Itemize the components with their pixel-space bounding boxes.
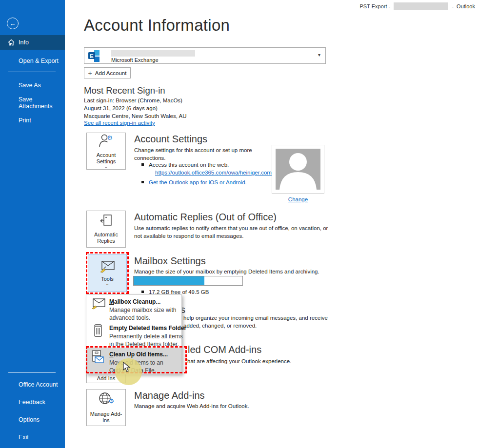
automatic-replies-button[interactable]: Automatic Replies — [86, 211, 126, 248]
window-title-right: - Outlook — [450, 3, 475, 9]
mailbox-settings-desc: Manage the size of your mailbox by empty… — [134, 268, 319, 275]
back-arrow-icon: ← — [10, 20, 16, 27]
manage-addins-desc: Manage and acquire Web Add-ins for Outlo… — [134, 402, 249, 410]
backstage-sidebar: ← Info Open & Export Save As Save Attach… — [0, 0, 65, 448]
sidebar-item-options[interactable]: Options — [0, 412, 65, 427]
plus-icon: + — [88, 69, 92, 77]
menu-item-desc: Permanently delete all itemsin the Delet… — [109, 332, 183, 348]
sidebar-item-label: Feedback — [19, 399, 45, 406]
signin-line-1: Last sign-in: Browser (Chrome, MacOs) — [84, 97, 182, 104]
menu-item-mailbox-cleanup[interactable]: Mailbox Cleanup... — [109, 298, 160, 305]
sidebar-item-label: Exit — [19, 434, 29, 441]
mailbox-tools-button[interactable]: Tools ⌄ — [88, 254, 127, 292]
svg-text:⚙: ⚙ — [107, 134, 113, 141]
account-settings-bullet-1: Access this account on the web. — [141, 161, 229, 169]
auto-reply-icon — [99, 214, 114, 229]
redacted-account-name — [394, 2, 448, 10]
signin-heading: Most Recent Sign-in — [84, 85, 165, 96]
bullet-icon — [141, 181, 144, 183]
window-titlebar: PST Export - - Outlook — [65, 0, 478, 12]
chevron-down-icon: ⌄ — [105, 282, 109, 286]
account-settings-button[interactable]: ⚙ Account Settings ⌄ — [86, 133, 126, 170]
com-addins-desc-fragment: hat are affecting your Outlook experienc… — [187, 357, 291, 365]
redacted-email — [111, 50, 195, 57]
trash-icon — [93, 323, 103, 340]
sidebar-item-label: Save As — [19, 82, 41, 89]
mailbox-quota-fill — [134, 276, 204, 285]
sidebar-item-save-attachments[interactable]: Save Attachments — [0, 96, 65, 110]
owa-link[interactable]: https://outlook.office365.com/owa/heinig… — [155, 170, 281, 175]
sidebar-item-open-export[interactable]: Open & Export — [0, 54, 65, 68]
outlook-backstage-window: PST Export - - Outlook ← Info Open & Exp… — [0, 0, 478, 448]
sidebar-item-print[interactable]: Print — [0, 113, 65, 128]
menu-item-desc: Manage mailbox size withadvanced tools. — [109, 306, 176, 322]
page-title: Account Information — [84, 16, 230, 35]
account-type-label: Microsoft Exchange — [111, 57, 159, 63]
mailbox-settings-heading: Mailbox Settings — [134, 255, 206, 267]
sidebar-item-feedback[interactable]: Feedback — [0, 395, 65, 409]
rules-desc-fragment-2: added, changed, or removed. — [183, 322, 257, 330]
sidebar-item-label: Print — [19, 117, 31, 124]
rules-desc-fragment-1: help organize your incoming email messag… — [183, 314, 328, 322]
person-gear-icon: ⚙ — [98, 134, 115, 150]
profile-photo — [272, 145, 324, 194]
svg-text:E: E — [90, 53, 93, 59]
signin-line-2: August 31, 2022 (6 days ago) — [84, 104, 158, 112]
manage-addins-heading: Manage Add-ins — [134, 390, 205, 401]
avatar — [276, 149, 320, 190]
tools-dropdown-menu: Mailbox Cleanup... Manage mailbox size w… — [86, 294, 182, 374]
sidebar-item-label: Office Account — [19, 381, 58, 388]
chevron-down-icon: ⌄ — [104, 165, 108, 169]
com-addins-button-label: Add-ins — [97, 375, 115, 381]
sidebar-item-label: Open & Export — [19, 58, 59, 64]
automatic-replies-heading: Automatic Replies (Out of Office) — [134, 212, 277, 223]
manage-addins-button[interactable]: ⚙ Manage Add-ins — [86, 389, 126, 426]
manage-addins-button-label: Manage Add-ins — [88, 411, 124, 424]
account-settings-heading: Account Settings — [134, 134, 207, 145]
automatic-replies-button-label: Automatic Replies — [88, 232, 124, 244]
change-photo-link[interactable]: Change — [272, 196, 324, 202]
sidebar-item-exit[interactable]: Exit — [0, 430, 65, 445]
sidebar-item-office-account[interactable]: Office Account — [0, 377, 65, 392]
menu-item-clean-up-old-items[interactable]: Clean Up Old Items... — [109, 351, 168, 358]
add-account-label: Add Account — [95, 70, 127, 76]
envelope-broom-icon — [100, 260, 115, 274]
account-settings-bullet-2[interactable]: Get the Outlook app for iOS or Android. — [141, 178, 247, 186]
sidebar-divider — [8, 72, 56, 72]
menu-item-desc: Move old items to anOutlook Data File. — [109, 359, 163, 374]
window-title-left: PST Export - — [359, 3, 392, 9]
bullet-icon — [141, 291, 144, 293]
back-button[interactable]: ← — [7, 18, 19, 29]
account-settings-desc: Change settings for this account or set … — [134, 146, 252, 162]
globe-gear-icon: ⚙ — [98, 391, 115, 409]
sidebar-item-info[interactable]: Info — [0, 35, 65, 50]
svg-text:⚙: ⚙ — [108, 397, 114, 405]
signin-activity-link[interactable]: See all recent sign-in activity — [84, 120, 155, 126]
add-account-button[interactable]: + Add Account — [84, 67, 131, 78]
archive-box-icon — [91, 350, 104, 367]
exchange-logo-icon: E — [88, 50, 101, 65]
dropdown-arrow-icon: ▾ — [318, 52, 320, 58]
signin-line-3: Macquarie Centre, New South Wales, AU — [84, 112, 187, 120]
home-icon — [7, 39, 15, 48]
mailbox-cleanup-icon — [91, 298, 106, 312]
account-selector-dropdown[interactable]: E Microsoft Exchange ▾ — [84, 47, 326, 64]
automatic-replies-desc: Use automatic replies to notify others t… — [134, 224, 328, 240]
bullet-icon — [141, 163, 144, 166]
sidebar-item-label: Options — [19, 416, 40, 423]
sidebar-item-save-as[interactable]: Save As — [0, 78, 65, 93]
sidebar-divider — [8, 372, 56, 373]
com-addins-heading-fragment: led COM Add-ins — [188, 344, 261, 355]
sidebar-item-label: Save Attachments — [19, 96, 65, 110]
menu-item-empty-deleted[interactable]: Empty Deleted Items Folder — [109, 325, 186, 331]
account-settings-button-label: Account Settings — [88, 152, 124, 165]
mailbox-quota-bar — [133, 276, 243, 286]
sidebar-item-label: Info — [19, 39, 29, 46]
